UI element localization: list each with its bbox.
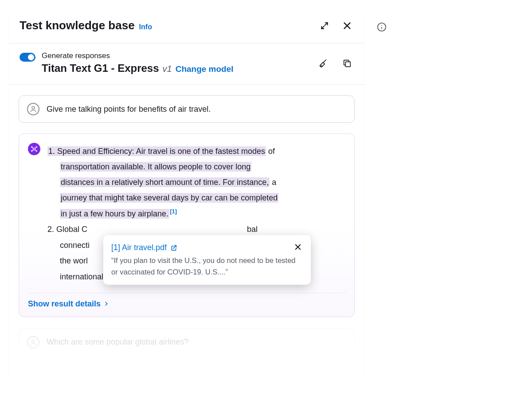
info-icon-button[interactable] (377, 22, 387, 33)
ai-icon (30, 145, 38, 153)
svg-rect-5 (345, 62, 350, 67)
change-model-link[interactable]: Change model (176, 64, 234, 74)
close-button[interactable] (340, 19, 354, 32)
assistant-message: 1. Speed and Efficiency: Air travel is o… (19, 133, 355, 317)
user-icon (29, 338, 37, 346)
header-actions (318, 19, 354, 32)
info-circle-icon (377, 22, 387, 32)
text-span: bal (247, 225, 258, 234)
hl-span: journey that might take several days by … (60, 193, 278, 203)
svg-point-6 (32, 106, 35, 109)
copy-button[interactable] (340, 57, 354, 70)
popover-header: [1] Air travel.pdf (111, 242, 303, 253)
user-avatar (27, 103, 39, 115)
user-icon (29, 105, 37, 113)
model-actions (317, 57, 354, 70)
show-result-details-link[interactable]: Show result details (28, 299, 110, 309)
model-name-row: Titan Text G1 - Express v1 Change model (42, 62, 234, 75)
expand-icon (320, 21, 329, 30)
close-icon (342, 21, 352, 31)
model-name: Titan Text G1 - Express (42, 62, 159, 75)
svg-point-12 (32, 340, 35, 342)
model-version: v1 (163, 64, 172, 74)
text-span: a (270, 178, 276, 187)
toggle-knob (28, 54, 34, 60)
user-message: Give me talking points for benefits of a… (19, 95, 355, 123)
expand-button[interactable] (318, 20, 331, 32)
panel-header: Test knowledge base Info (9, 9, 364, 43)
show-details-label: Show result details (28, 299, 101, 309)
model-text-block: Generate responses Titan Text G1 - Expre… (42, 51, 234, 75)
panel-title: Test knowledge base (20, 19, 135, 32)
svg-point-2 (381, 25, 382, 26)
citation-excerpt: “If you plan to visit the U.S., you do n… (111, 255, 303, 278)
clear-button[interactable] (317, 57, 330, 70)
chevron-right-icon (103, 301, 110, 307)
generate-responses-toggle[interactable] (20, 53, 35, 62)
hl-span: in just a few hours by airplane. (60, 209, 169, 219)
test-kb-panel: Test knowledge base Info (9, 9, 364, 381)
copy-icon (342, 59, 352, 68)
hl-span: 1. Speed and Efficiency: Air travel is o… (47, 146, 266, 156)
broom-icon (318, 59, 328, 68)
citation-source-link[interactable]: [1] Air travel.pdf (111, 243, 177, 252)
model-bar: Generate responses Titan Text G1 - Expre… (9, 43, 364, 85)
model-bar-left: Generate responses Titan Text G1 - Expre… (20, 51, 234, 75)
close-icon (294, 243, 302, 251)
text-span: connecti (60, 241, 90, 250)
user-message-text: Give me talking points for benefits of a… (47, 105, 211, 114)
bot-avatar (28, 143, 40, 155)
text-span: of (266, 147, 275, 156)
user-message-faded: Which are some popular global airlines? (19, 329, 355, 356)
external-link-icon (170, 244, 177, 251)
text-span: the worl (60, 256, 88, 265)
popover-close-button[interactable] (293, 242, 303, 253)
panel-title-wrap: Test knowledge base Info (20, 19, 152, 32)
chat-body: Give me talking points for benefits of a… (9, 85, 364, 381)
hl-span: transportation available. It allows peop… (60, 162, 251, 172)
citation-popover: [1] Air travel.pdf “If you plan to visit… (103, 235, 311, 285)
text-span: 2. Global C (47, 225, 87, 234)
toggle-label: Generate responses (42, 51, 234, 60)
citation-title: [1] Air travel.pdf (111, 243, 167, 252)
user-avatar (27, 336, 39, 349)
info-link[interactable]: Info (139, 23, 152, 31)
hl-span: distances in a relatively short amount o… (60, 177, 270, 187)
user-message-text: Which are some popular global airlines? (47, 337, 188, 347)
divider (28, 293, 346, 293)
citation-1[interactable]: [1] (169, 208, 177, 215)
